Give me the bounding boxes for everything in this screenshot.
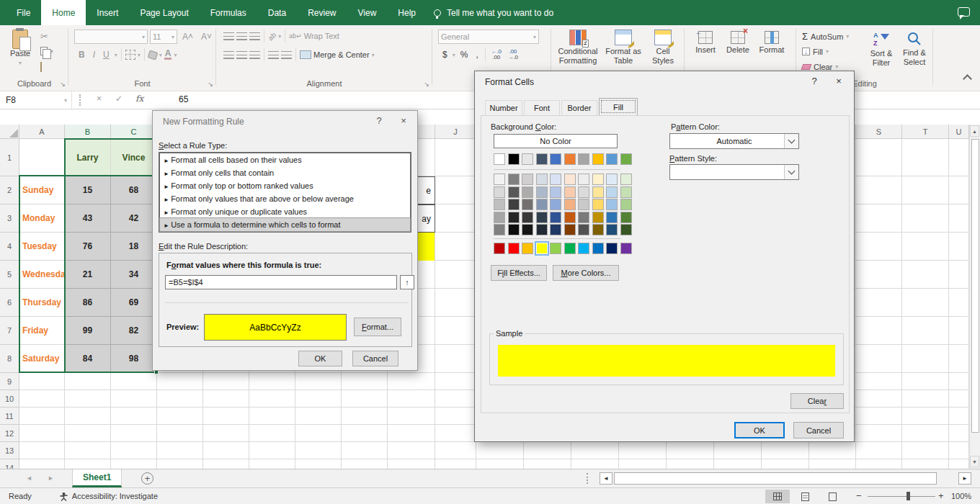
cell-f12[interactable] [249, 425, 295, 442]
color-swatch-tint2-8[interactable] [606, 199, 618, 210]
cell-c4[interactable]: 18 [111, 233, 157, 261]
cell-f13[interactable] [249, 442, 295, 459]
prev-sheet-icon[interactable]: ◄ [26, 474, 32, 482]
tab-number[interactable]: Number [485, 100, 522, 115]
cell-c11[interactable] [111, 408, 157, 425]
cell-j11[interactable] [435, 408, 476, 425]
vertical-scrollbar-thumb[interactable] [971, 139, 979, 433]
color-swatch-tint4-7[interactable] [592, 224, 604, 235]
cell-r14[interactable] [809, 459, 856, 469]
cell-a6[interactable]: Thursday [19, 289, 65, 317]
cell-b6[interactable]: 86 [65, 289, 111, 317]
format-as-table-button[interactable]: Format as Table [603, 30, 643, 66]
cell-b13[interactable] [65, 442, 111, 459]
color-swatch-tint4-0[interactable] [494, 224, 505, 235]
cell-l14[interactable] [524, 459, 571, 469]
color-swatch-standard-0[interactable] [494, 243, 505, 254]
cell-s4[interactable] [856, 233, 902, 261]
menu-tab-view[interactable]: View [347, 0, 388, 25]
cell-t1[interactable] [902, 139, 949, 176]
confirm-entry-icon[interactable]: ✓ [115, 94, 122, 104]
select-all-corner[interactable] [0, 125, 19, 139]
color-swatch-tint3-9[interactable] [620, 212, 632, 223]
color-swatch-tint2-4[interactable] [550, 199, 561, 210]
row-header-14[interactable]: 14 [0, 459, 19, 469]
percent-button[interactable]: % [458, 49, 471, 60]
format-cells-button[interactable]: Format [755, 31, 788, 55]
column-header-j[interactable]: J [435, 125, 476, 139]
cancel-button[interactable]: Cancel [352, 351, 398, 366]
color-swatch-tint3-8[interactable] [606, 212, 618, 223]
cell-j6[interactable] [435, 289, 476, 317]
cell-t13[interactable] [902, 442, 949, 459]
chevron-down-icon[interactable] [784, 165, 798, 179]
insert-function-icon[interactable]: fx [135, 94, 143, 104]
cell-e14[interactable] [203, 459, 249, 469]
insert-cells-button[interactable]: ← Insert [690, 31, 721, 55]
font-name-combo[interactable]: ▾ [74, 30, 148, 44]
cell-u8[interactable] [949, 345, 969, 373]
format-painter-button[interactable] [40, 63, 42, 71]
cell-d9[interactable] [157, 373, 203, 390]
color-swatch-tint0-2[interactable] [522, 174, 533, 185]
cell-t11[interactable] [902, 408, 949, 425]
color-swatch-tint1-9[interactable] [620, 186, 632, 198]
column-header-c[interactable]: C [111, 125, 157, 139]
tab-fill[interactable]: Fill [599, 98, 638, 115]
menu-tab-formulas[interactable]: Formulas [200, 0, 257, 25]
color-swatch-tint2-7[interactable] [592, 199, 604, 210]
cell-c12[interactable] [111, 425, 157, 442]
ok-button[interactable]: OK [734, 422, 785, 438]
cell-a5[interactable]: Wednesday [19, 261, 65, 289]
cell-d14[interactable] [157, 459, 203, 469]
cell-j4[interactable] [435, 233, 476, 261]
color-swatch-tint2-2[interactable] [522, 199, 533, 210]
color-swatch-tint2-9[interactable] [620, 199, 632, 210]
cell-c14[interactable] [111, 459, 157, 469]
color-swatch-theme-5[interactable] [564, 153, 576, 165]
color-swatch-tint3-5[interactable] [564, 212, 576, 223]
underline-button[interactable]: U [100, 49, 112, 60]
rule-type-option-0[interactable]: Format all cells based on their values [160, 153, 410, 166]
rule-type-option-1[interactable]: Format only cells that contain [160, 166, 410, 179]
color-swatch-tint4-1[interactable] [508, 224, 520, 235]
zoom-in-button[interactable]: + [938, 490, 944, 501]
color-swatch-tint3-7[interactable] [592, 212, 604, 223]
row-header-8[interactable]: 8 [0, 345, 19, 373]
autosum-button[interactable]: Σ AutoSum ▾ [802, 30, 849, 43]
menu-tab-review[interactable]: Review [297, 0, 347, 25]
cell-s7[interactable] [856, 317, 902, 345]
color-swatch-theme-0[interactable] [494, 153, 505, 165]
accessibility-status[interactable]: Accessibility: Investigate [59, 492, 158, 501]
cell-j7[interactable] [435, 317, 476, 345]
fill-color-icon[interactable] [147, 50, 158, 60]
align-top-icon[interactable] [223, 32, 234, 40]
column-header-a[interactable]: A [19, 125, 65, 139]
cell-e10[interactable] [203, 390, 249, 408]
cell-g9[interactable] [295, 373, 342, 390]
color-swatch-tint2-1[interactable] [508, 199, 520, 210]
cell-a9[interactable] [19, 373, 65, 390]
cell-c13[interactable] [111, 442, 157, 459]
cell-g11[interactable] [295, 408, 342, 425]
cell-j3[interactable] [435, 204, 476, 233]
help-icon[interactable]: ? [370, 115, 388, 126]
color-swatch-theme-3[interactable] [536, 153, 548, 165]
cell-k13[interactable] [476, 442, 524, 459]
cell-i2-partial[interactable]: e [418, 176, 435, 204]
cell-l13[interactable] [524, 442, 571, 459]
scroll-up-icon[interactable]: ▲ [970, 125, 979, 137]
cell-u1[interactable] [949, 139, 969, 176]
cell-u14[interactable] [949, 459, 969, 469]
cell-d12[interactable] [157, 425, 203, 442]
column-header-u[interactable]: U [949, 125, 969, 139]
color-swatch-tint1-0[interactable] [494, 186, 505, 198]
cell-e11[interactable] [203, 408, 249, 425]
row-header-13[interactable]: 13 [0, 442, 19, 459]
cell-h10[interactable] [342, 390, 388, 408]
cell-j9[interactable] [435, 373, 476, 390]
zoom-out-button[interactable]: − [856, 490, 862, 501]
cell-i4-highlighted[interactable] [418, 233, 435, 261]
align-middle-icon[interactable] [236, 32, 247, 40]
zoom-slider-track[interactable] [868, 496, 935, 497]
